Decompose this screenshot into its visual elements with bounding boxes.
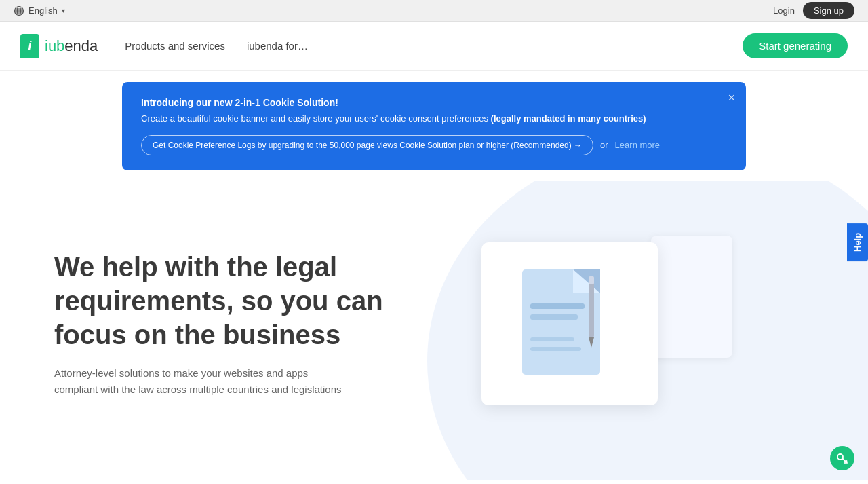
svg-rect-11 xyxy=(530,347,581,351)
banner-or-text: or xyxy=(600,140,608,150)
logo-text: iubenda xyxy=(45,37,98,55)
nav-products-services[interactable]: Products and services xyxy=(125,40,225,52)
navbar: iubenda Products and services iubenda fo… xyxy=(0,22,868,71)
hero-title: We help with the legal requirements, so … xyxy=(54,250,407,352)
doc-card-main xyxy=(481,242,658,405)
signup-button[interactable]: Sign up xyxy=(803,2,854,19)
svg-rect-8 xyxy=(530,303,585,309)
hero-right xyxy=(407,229,814,419)
svg-rect-12 xyxy=(589,276,594,337)
logo-icon xyxy=(20,34,39,58)
topbar-right: Login Sign up xyxy=(773,2,854,19)
language-selector[interactable]: English ▾ xyxy=(14,5,65,16)
nav-links: Products and services iubenda for… xyxy=(125,40,743,52)
language-label: English xyxy=(28,5,58,16)
banner-close-button[interactable]: × xyxy=(728,92,735,104)
login-link[interactable]: Login xyxy=(773,5,795,16)
banner-cta-button[interactable]: Get Cookie Preference Logs by upgrading … xyxy=(141,135,593,155)
globe-icon xyxy=(14,5,24,16)
svg-rect-9 xyxy=(530,314,578,320)
nav-iubenda-for[interactable]: iubenda for… xyxy=(247,40,308,52)
document-illustration xyxy=(481,229,739,419)
start-generating-button[interactable]: Start generating xyxy=(743,33,848,58)
hero-section: We help with the legal requirements, so … xyxy=(0,181,868,480)
banner-learn-more-link[interactable]: Learn more xyxy=(615,140,660,150)
help-button[interactable]: Help xyxy=(847,223,868,261)
key-icon xyxy=(835,451,849,465)
key-icon-button[interactable] xyxy=(830,446,854,470)
doc-card-back xyxy=(651,236,732,358)
chevron-down-icon: ▾ xyxy=(62,7,65,14)
cookie-banner: Introducing our new 2-in-1 Cookie Soluti… xyxy=(122,82,746,170)
svg-rect-10 xyxy=(530,337,574,341)
hero-subtitle: Attorney-level solutions to make your we… xyxy=(54,365,353,398)
hero-left: We help with the legal requirements, so … xyxy=(54,250,407,398)
banner-description: Create a beautiful cookie banner and eas… xyxy=(141,112,727,126)
banner-actions: Get Cookie Preference Logs by upgrading … xyxy=(141,135,727,155)
svg-rect-14 xyxy=(589,276,594,284)
topbar: English ▾ Login Sign up xyxy=(0,0,868,22)
banner-title: Introducing our new 2-in-1 Cookie Soluti… xyxy=(141,97,727,108)
document-svg xyxy=(515,263,624,385)
navbar-divider xyxy=(0,71,868,71)
logo[interactable]: iubenda xyxy=(20,34,98,58)
